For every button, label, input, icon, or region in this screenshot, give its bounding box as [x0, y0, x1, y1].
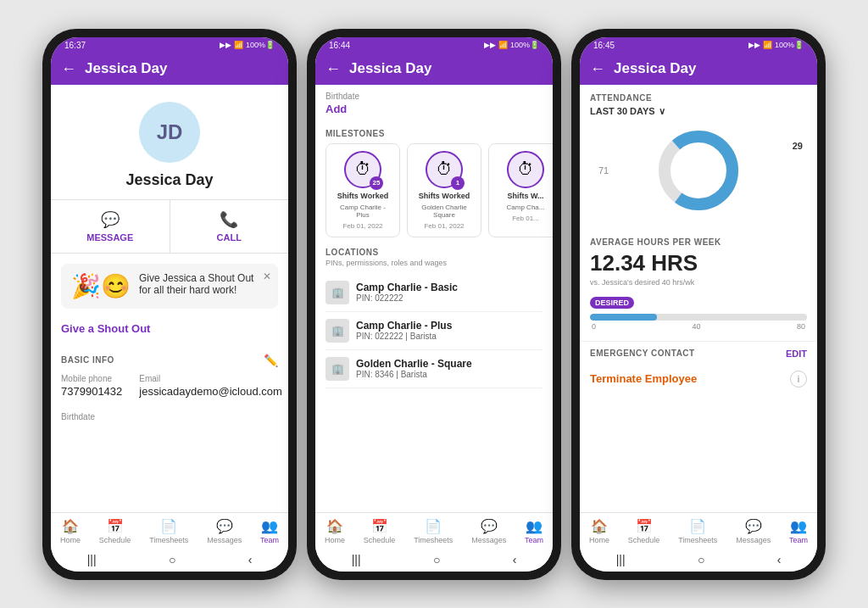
screen1-content: JD Jessica Day 💬 MESSAGE 📞 CALL [51, 85, 288, 512]
schedule-icon-1: 📅 [107, 518, 124, 534]
shoutout-link[interactable]: Give a Shout Out [51, 319, 288, 345]
sys-back-2[interactable]: ‹ [513, 553, 517, 566]
back-button-3[interactable]: ← [590, 60, 605, 78]
basic-info-edit-button[interactable]: ✏️ [264, 354, 278, 367]
milestone-card-2: ⏱ Shifts W... Camp Cha... Feb 01... [488, 143, 553, 237]
sys-back-1[interactable]: ‹ [248, 553, 253, 566]
milestone-icon-2: ⏱ [507, 151, 544, 188]
nav-messages-2[interactable]: 💬 Messages [471, 518, 506, 544]
nav-home-2[interactable]: 🏠 Home [325, 518, 345, 544]
system-nav-1: ||| ○ ‹ [51, 548, 288, 572]
home-icon-2: 🏠 [326, 518, 343, 534]
nav-home-3[interactable]: 🏠 Home [589, 518, 609, 544]
messages-icon-1: 💬 [216, 518, 233, 534]
milestone-title-0: Shifts Worked [337, 192, 388, 200]
nav-title-2: Jessica Day [349, 60, 431, 77]
nav-schedule-2[interactable]: 📅 Schedule [364, 518, 396, 544]
period-selector[interactable]: LAST 30 DAYS ∨ [590, 106, 807, 117]
mobile-label: Mobile phone [61, 374, 122, 383]
sys-home-1[interactable]: ○ [169, 553, 175, 566]
messages-icon-3: 💬 [745, 518, 762, 534]
milestone-title-1: Shifts Worked [419, 192, 470, 200]
screenshots-container: 16:37 ▶▶ 📶 100%🔋 ← Jessica Day JD [42, 29, 826, 580]
team-icon-3: 👥 [790, 518, 807, 534]
milestone-title-2: Shifts W... [507, 192, 543, 200]
timesheets-icon-3: 📄 [689, 518, 706, 534]
home-icon-1: 🏠 [62, 518, 79, 534]
mobile-value: 7379901432 [61, 385, 122, 398]
emergency-edit-button[interactable]: EDIT [786, 349, 807, 359]
nav-timesheets-1[interactable]: 📄 Timesheets [149, 518, 188, 544]
nav-timesheets-2[interactable]: 📄 Timesheets [414, 518, 453, 544]
phone-3: 16:45 ▶▶ 📶 100%🔋 ← Jessica Day ATTENDANC… [571, 29, 826, 580]
nav-timesheets-3[interactable]: 📄 Timesheets [678, 518, 717, 544]
screen2-content: Birthdate Add MILESTONES ⏱ 25 Shifts Wor… [315, 85, 553, 512]
nav-messages-1[interactable]: 💬 Messages [207, 518, 242, 544]
back-button-1[interactable]: ← [61, 60, 76, 78]
timesheets-icon-2: 📄 [425, 518, 442, 534]
phone-2-screen: 16:44 ▶▶ 📶 100%🔋 ← Jessica Day Birthdate… [315, 37, 553, 572]
call-icon: 📞 [220, 210, 238, 229]
birthdate-label: Birthdate [61, 412, 95, 421]
milestone-badge-1: 1 [451, 176, 465, 190]
birthdate-row: Birthdate [51, 404, 288, 430]
sys-menu-2[interactable]: ||| [352, 553, 361, 566]
birthdate-field: Birthdate Add [315, 85, 553, 122]
nav-team-2[interactable]: 👥 Team [525, 518, 543, 544]
milestone-location-2: Camp Cha... [507, 204, 545, 211]
milestone-icon-0: ⏱ 25 [344, 151, 381, 188]
desired-badge: DESIRED [590, 297, 634, 309]
location-pin-0: PIN: 022222 [356, 293, 458, 303]
milestone-date-0: Feb 01, 2022 [342, 222, 382, 230]
nav-schedule-3[interactable]: 📅 Schedule [628, 518, 660, 544]
email-label: Email [139, 374, 282, 383]
top-nav-3: ← Jessica Day [580, 53, 817, 85]
call-button[interactable]: 📞 CALL [170, 200, 289, 253]
status-icons-2: ▶▶ 📶 100%🔋 [484, 41, 539, 49]
shoutout-close-button[interactable]: ✕ [263, 271, 271, 282]
bottom-nav-1: 🏠 Home 📅 Schedule 📄 Timesheets 💬 Message… [51, 512, 288, 548]
status-time-3: 16:45 [593, 41, 615, 50]
status-bar-1: 16:37 ▶▶ 📶 100%🔋 [51, 37, 288, 53]
location-name-2: Golden Charlie - Square [356, 358, 472, 370]
user-name-1: Jessica Day [125, 171, 213, 189]
locations-section: LOCATIONS PINs, permissions, roles and w… [315, 248, 553, 395]
nav-team-3[interactable]: 👥 Team [789, 518, 808, 544]
mobile-field: Mobile phone 7379901432 [61, 374, 122, 398]
location-pin-2: PIN: 8346 | Barista [356, 370, 472, 379]
status-icons-1: ▶▶ 📶 100%🔋 [220, 41, 275, 49]
donut-label-right: 29 [793, 141, 803, 151]
phone-1: 16:37 ▶▶ 📶 100%🔋 ← Jessica Day JD [42, 29, 297, 580]
phone-2: 16:44 ▶▶ 📶 100%🔋 ← Jessica Day Birthdate… [307, 29, 561, 580]
sys-back-3[interactable]: ‹ [777, 553, 782, 566]
info-circle-button[interactable]: i [790, 371, 807, 388]
location-item-1[interactable]: 🏢 Camp Charlie - Plus PIN: 022222 | Bari… [326, 312, 542, 350]
back-button-2[interactable]: ← [326, 60, 341, 78]
bottom-nav-2: 🏠 Home 📅 Schedule 📄 Timesheets 💬 Message… [315, 512, 553, 548]
phone-1-screen: 16:37 ▶▶ 📶 100%🔋 ← Jessica Day JD [51, 37, 288, 572]
nav-home-1[interactable]: 🏠 Home [60, 518, 81, 544]
sys-menu-1[interactable]: ||| [87, 553, 97, 566]
locations-subtitle: PINs, permissions, roles and wages [326, 259, 542, 267]
location-item-2[interactable]: 🏢 Golden Charlie - Square PIN: 8346 | Ba… [326, 350, 542, 388]
sys-menu-3[interactable]: ||| [616, 553, 626, 566]
avg-hours-label: AVERAGE HOURS PER WEEK [590, 237, 807, 247]
avg-hours-section: AVERAGE HOURS PER WEEK 12.34 HRS vs. Jes… [580, 231, 817, 341]
nav-schedule-1[interactable]: 📅 Schedule [99, 518, 131, 544]
location-item-0[interactable]: 🏢 Camp Charlie - Basic PIN: 022222 [326, 274, 542, 312]
message-icon: 💬 [101, 210, 120, 229]
terminate-button[interactable]: Terminate Employee [590, 372, 697, 385]
nav-messages-3[interactable]: 💬 Messages [736, 518, 771, 544]
screen3-content: ATTENDANCE LAST 30 DAYS ∨ 71 [580, 85, 817, 512]
nav-title-1: Jessica Day [85, 60, 167, 77]
milestone-card-0: ⏱ 25 Shifts Worked Camp Charlie - Plus F… [326, 143, 400, 237]
top-nav-2: ← Jessica Day [315, 53, 553, 85]
birthdate-add-button[interactable]: Add [326, 103, 542, 115]
avg-hours-value: 12.34 HRS [590, 250, 807, 276]
shoutout-emoji: 🎉😊 [71, 272, 131, 300]
message-button[interactable]: 💬 MESSAGE [51, 200, 170, 253]
sys-home-2[interactable]: ○ [433, 553, 440, 566]
top-nav-1: ← Jessica Day [51, 53, 288, 85]
sys-home-3[interactable]: ○ [698, 553, 704, 566]
nav-team-1[interactable]: 👥 Team [260, 518, 279, 544]
